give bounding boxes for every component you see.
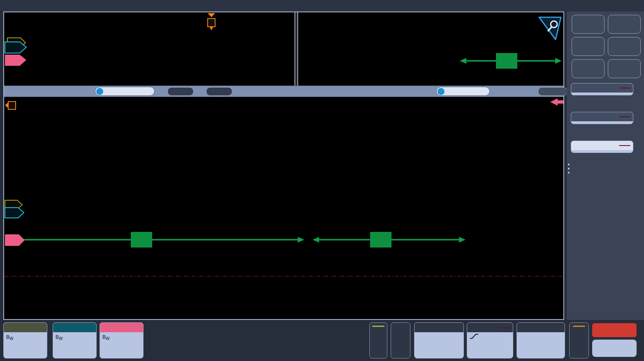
datetime-display — [592, 340, 637, 357]
math-ref-bus-button[interactable] — [391, 322, 410, 359]
cursors-button[interactable] — [572, 15, 605, 34]
source-badge — [619, 116, 630, 117]
source-badge — [619, 145, 630, 146]
rf-badge[interactable] — [569, 322, 589, 359]
knob-b-icon — [438, 88, 445, 95]
measurement-badge-7[interactable] — [571, 112, 633, 124]
waveform-display — [3, 12, 564, 320]
results-table-button[interactable] — [608, 37, 641, 56]
digital-accent-line — [372, 326, 385, 327]
digital-channel-badge[interactable] — [369, 322, 387, 359]
overview-ch3-tag[interactable] — [5, 55, 26, 66]
knob-a-icon — [96, 88, 103, 95]
zoom-box[interactable] — [295, 12, 298, 86]
horizontal-badge[interactable] — [414, 322, 464, 359]
trigger-position-marker[interactable] — [208, 13, 215, 30]
main-ch2-tag[interactable] — [5, 208, 24, 218]
preview-button[interactable] — [592, 323, 637, 337]
rising-edge-icon — [470, 333, 479, 339]
ch3-badge[interactable]: BW — [100, 322, 144, 359]
ch1-badge[interactable]: BW — [3, 322, 47, 359]
search-button[interactable] — [572, 37, 605, 56]
main-waveform-view — [4, 97, 563, 319]
zoom-out-button[interactable] — [206, 87, 232, 96]
zoom-scale-control[interactable] — [95, 87, 155, 96]
t2-annotation — [313, 232, 466, 248]
measure-button[interactable] — [608, 15, 641, 34]
menu-bar — [0, 0, 644, 12]
more-button[interactable] — [608, 59, 641, 78]
zoom-in-button[interactable] — [167, 87, 194, 96]
t3-annotation — [460, 53, 562, 69]
acquisition-badge[interactable] — [517, 322, 565, 359]
zoom-overview — [4, 12, 563, 86]
main-trigger-marker[interactable] — [5, 102, 16, 109]
trigger-level-arrow[interactable] — [550, 98, 563, 106]
draw-box-zoom-button[interactable] — [572, 59, 605, 78]
zoom-close-button[interactable] — [538, 87, 568, 96]
ch2-badge[interactable]: BW — [53, 322, 97, 359]
panel-drag-handle[interactable] — [567, 164, 570, 174]
zoom-position-control[interactable] — [436, 87, 490, 96]
trigger-source-badge — [499, 327, 510, 328]
main-ch3-tag[interactable] — [5, 234, 25, 246]
rf-accent-line — [573, 326, 585, 327]
zoom-magnifier-icon[interactable] — [539, 17, 561, 39]
right-sidebar — [567, 12, 644, 320]
source-badge — [619, 88, 630, 88]
measurement-badge-1[interactable] — [571, 83, 633, 95]
t1-annotation — [10, 232, 304, 248]
measurement-badge-8[interactable] — [571, 141, 633, 153]
zoom-scale-bar — [4, 86, 563, 97]
trigger-badge[interactable] — [467, 322, 513, 359]
